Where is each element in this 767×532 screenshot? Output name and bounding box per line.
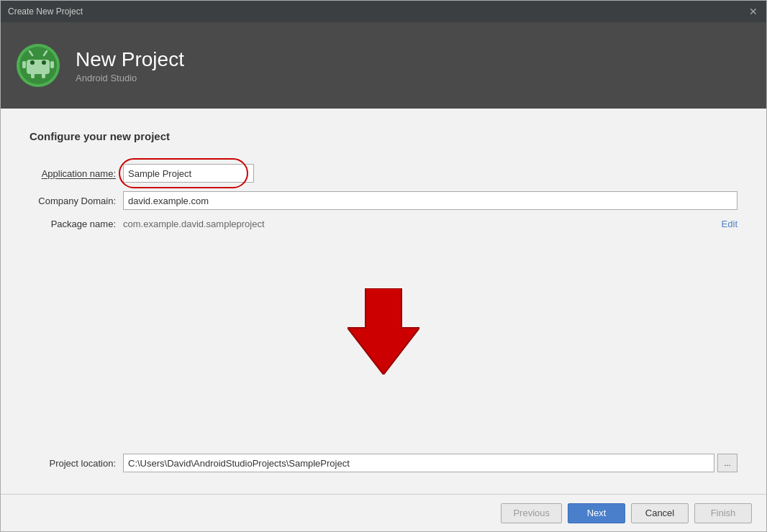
svg-rect-2 [27,60,50,74]
svg-point-3 [30,60,35,65]
app-name-label: Application name: [30,168,123,179]
section-title: Configure your new project [30,130,738,142]
project-location-input[interactable] [123,454,714,472]
location-input-wrap: ... [123,454,738,472]
previous-button[interactable]: Previous [501,503,562,523]
svg-marker-11 [348,288,419,375]
svg-rect-8 [50,61,54,68]
footer: Previous Next Cancel Finish [1,494,766,531]
finish-button[interactable]: Finish [694,503,752,523]
company-domain-label: Company Domain: [30,196,123,206]
arrow-annotation-container [30,238,738,425]
company-domain-row: Company Domain: [30,191,738,210]
red-arrow-icon [348,288,419,375]
header-subtitle: Android Studio [76,73,184,83]
package-name-row: Package name: com.example.david.samplepr… [30,219,738,229]
cancel-button[interactable]: Cancel [631,503,689,523]
svg-rect-7 [22,61,26,68]
title-bar-text: Create New Project [8,6,83,17]
android-studio-logo [15,42,61,88]
header-title: New Project [76,47,184,72]
edit-package-link[interactable]: Edit [722,219,738,229]
header-text-block: New Project Android Studio [76,47,184,84]
svg-point-4 [42,60,46,65]
app-name-row: Application name: [30,164,738,183]
form-area: Application name: Company Domain: Packag… [30,164,738,238]
browse-button[interactable]: ... [717,454,738,472]
package-name-value: com.example.david.sampleproject [123,219,265,229]
project-location-label: Project location: [30,458,123,469]
project-location-row: Project location: ... [30,454,738,472]
svg-rect-5 [31,73,35,78]
package-name-label: Package name: [30,219,123,229]
content-area: Configure your new project Application n… [1,109,766,494]
svg-rect-6 [42,73,45,78]
close-button[interactable]: ✕ [748,6,759,17]
title-bar: Create New Project ✕ [1,1,766,22]
next-button[interactable]: Next [568,503,625,523]
create-new-project-dialog: Create New Project ✕ New Project Android… [0,0,767,532]
header-banner: New Project Android Studio [1,22,766,109]
company-domain-input[interactable] [123,191,738,210]
app-name-input[interactable] [123,164,254,183]
app-name-input-wrapper [123,164,738,183]
